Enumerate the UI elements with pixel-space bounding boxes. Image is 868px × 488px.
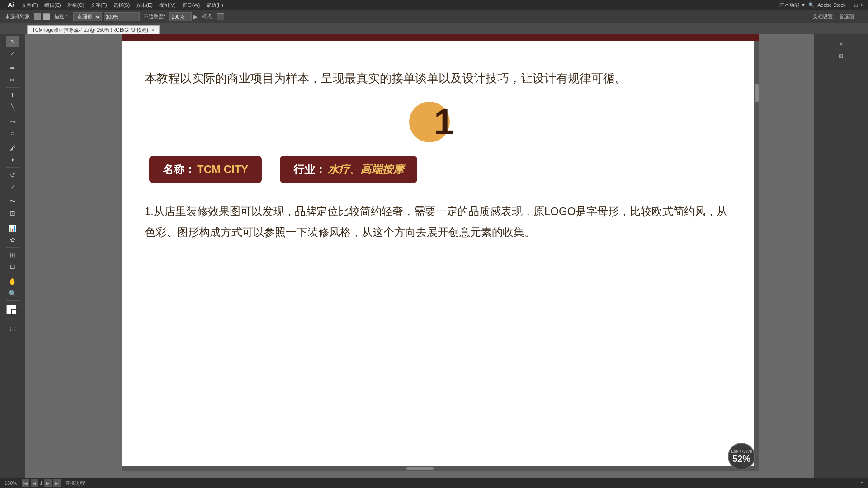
fill-swatch[interactable]: [34, 13, 41, 20]
page-last-btn[interactable]: ▶|: [53, 479, 61, 487]
tool-sep-9: [6, 274, 19, 274]
color-swatches[interactable]: [6, 305, 19, 317]
number-badge-area: 1: [145, 102, 737, 142]
toolbar-extra[interactable]: ≡: [858, 13, 865, 20]
menu-edit[interactable]: 编辑(E): [42, 1, 64, 9]
tool-sep-1: [6, 61, 19, 61]
brush-tool[interactable]: 🖌: [6, 143, 19, 154]
page-num: 1: [40, 480, 42, 486]
panel-btn-1[interactable]: ≡: [835, 38, 846, 49]
artboard-tool[interactable]: ⊞: [6, 249, 19, 260]
document-tab[interactable]: TCM logo设计推导流程.ai @ 150% (RGB/GPU 预览) ×: [27, 25, 160, 34]
info-badges: 名称： TCM CITY 行业： 水疗、高端按摩: [145, 156, 737, 183]
shape-select[interactable]: 点圆形: [73, 12, 102, 21]
status-bar: 150% |◀ ◀ 1 ▶ ▶| 直接进程 ≡: [0, 478, 868, 488]
zoom-level[interactable]: 150%: [5, 480, 17, 486]
stroke-swatch[interactable]: [43, 13, 50, 20]
artboard-content: 本教程以实际的商业项目为样本，呈现最真实的接单谈单以及设计技巧，让设计有规律可循…: [122, 41, 760, 260]
tab-bar: TCM logo设计推导流程.ai @ 150% (RGB/GPU 预览) ×: [0, 23, 868, 34]
style-swatch[interactable]: [217, 13, 224, 20]
arrow-right-icon: ▶: [193, 14, 198, 20]
adobe-stock-link[interactable]: Adobe Stock: [817, 2, 845, 8]
slice-tool[interactable]: ⊟: [6, 261, 19, 272]
window-close[interactable]: ✕: [860, 2, 864, 8]
page-prev-btn[interactable]: ◀: [31, 479, 38, 487]
menu-effect[interactable]: 效果(E): [133, 1, 156, 9]
speed-value: 52%: [732, 454, 750, 464]
speed-dial-widget: 1.9k / -377k 52%: [728, 443, 755, 470]
blob-tool[interactable]: ✦: [6, 155, 19, 165]
doc-settings-btn[interactable]: 文档设置: [811, 12, 835, 21]
right-panel: ≡ ⊞: [814, 34, 868, 478]
tool-sep-6: [6, 194, 19, 194]
scale-tool[interactable]: ⤢: [6, 181, 19, 192]
body-text: 1.从店里装修效果图可以发现，品牌定位比较简约轻奢，需要一定的品质感表现，原LO…: [145, 201, 737, 242]
hand-tool[interactable]: ✋: [6, 276, 19, 287]
badge-industry: 行业： 水疗、高端按摩: [280, 156, 417, 183]
intro-text: 本教程以实际的商业项目为样本，呈现最真实的接单谈单以及设计技巧，让设计有规律可循…: [145, 68, 737, 88]
warp-tool[interactable]: 〜: [6, 196, 19, 207]
window-maximize[interactable]: □: [854, 2, 858, 8]
main-layout: ↖ ↗ ✒ ✏ T ╲ ▭ ○ 🖌 ✦ ↺ ⤢ 〜 ⊡ 📊 ✿ ⊞ ⊟ ✋ 🔍: [0, 34, 868, 478]
tab-close-btn[interactable]: ×: [152, 28, 155, 33]
badge-name-value: TCM CITY: [197, 163, 248, 176]
stroke-color[interactable]: [11, 309, 19, 317]
horizontal-scrollbar[interactable]: [122, 466, 754, 471]
adobe-stock-label: 基本功能 ▼: [779, 2, 806, 9]
app-logo: Ai: [4, 0, 18, 10]
pencil-tool[interactable]: ✏: [6, 75, 19, 85]
graph-tool[interactable]: 📊: [6, 223, 19, 234]
badge-industry-value: 水疗、高端按摩: [328, 162, 404, 177]
status-bar-right: ≡: [861, 480, 863, 486]
menu-view[interactable]: 视图(V): [156, 1, 179, 9]
rotate-tool[interactable]: ↺: [6, 169, 19, 180]
free-transform-tool[interactable]: ⊡: [6, 208, 19, 219]
window-minimize[interactable]: ─: [849, 2, 852, 8]
zoom-tool[interactable]: 🔍: [6, 288, 19, 299]
page-label: 直接进程: [65, 480, 85, 487]
speed-coordinates: 1.9k / -377k: [731, 449, 752, 454]
number-text: 1: [434, 104, 454, 140]
page-nav: |◀ ◀ 1 ▶ ▶|: [22, 479, 61, 487]
rect-tool[interactable]: ▭: [6, 116, 19, 127]
badge-industry-prefix: 行业：: [293, 162, 326, 177]
opacity-value[interactable]: [169, 12, 192, 21]
search-icon[interactable]: 🔍: [808, 2, 815, 8]
direct-select-tool[interactable]: ↗: [6, 48, 19, 59]
tab-filename: TCM logo设计推导流程.ai @ 150% (RGB/GPU 预览): [32, 27, 148, 33]
menu-window[interactable]: 窗口(W): [179, 1, 203, 9]
preferences-btn[interactable]: 首选项: [837, 12, 856, 21]
menu-text[interactable]: 文字(T): [88, 1, 110, 9]
scroll-thumb-vertical[interactable]: [755, 84, 759, 102]
opacity-label: 不透明度:: [142, 12, 167, 21]
menu-select[interactable]: 选择(S): [111, 1, 133, 9]
page-next-btn[interactable]: ▶: [44, 479, 52, 487]
ellipse-tool[interactable]: ○: [6, 128, 19, 139]
badge-name: 名称： TCM CITY: [149, 156, 262, 183]
menu-object[interactable]: 对象(O): [65, 1, 87, 9]
page-first-btn[interactable]: |◀: [22, 479, 29, 487]
artboard: 本教程以实际的商业项目为样本，呈现最真实的接单谈单以及设计技巧，让设计有规律可循…: [122, 41, 760, 471]
menu-help[interactable]: 帮助(H): [203, 1, 226, 9]
change-screen-mode[interactable]: ⬚: [6, 323, 19, 334]
type-tool[interactable]: T: [6, 89, 19, 100]
vertical-scrollbar[interactable]: [754, 41, 760, 471]
style-label: 样式:: [199, 12, 215, 21]
tool-sep-2: [6, 87, 19, 88]
tool-sep-7: [6, 221, 19, 221]
menu-bar-right: 基本功能 ▼ 🔍 Adobe Stock ─ □ ✕: [779, 2, 864, 9]
tool-sep-5: [6, 167, 19, 168]
menu-file[interactable]: 文件(F): [19, 1, 41, 9]
select-tool[interactable]: ↖: [6, 36, 19, 47]
panel-btn-2[interactable]: ⊞: [835, 51, 846, 61]
badge-name-prefix: 名称：: [163, 162, 195, 177]
line-tool[interactable]: ╲: [6, 101, 19, 112]
opacity-input[interactable]: [104, 12, 140, 21]
menu-bar: Ai 文件(F) 编辑(E) 对象(O) 文字(T) 选择(S) 效果(E) 视…: [0, 0, 868, 10]
left-toolbar: ↖ ↗ ✒ ✏ T ╲ ▭ ○ 🖌 ✦ ↺ ⤢ 〜 ⊡ 📊 ✿ ⊞ ⊟ ✋ 🔍: [0, 34, 25, 478]
canvas-area[interactable]: ▶ 虎课网 本教程以实际的商业项目为样本，呈现最真实的接单谈单以及设计技巧，让设…: [25, 34, 814, 478]
dark-header-strip: [122, 34, 760, 41]
symbol-tool[interactable]: ✿: [6, 235, 19, 245]
scroll-thumb-horizontal[interactable]: [406, 467, 434, 470]
pen-tool[interactable]: ✒: [6, 63, 19, 74]
